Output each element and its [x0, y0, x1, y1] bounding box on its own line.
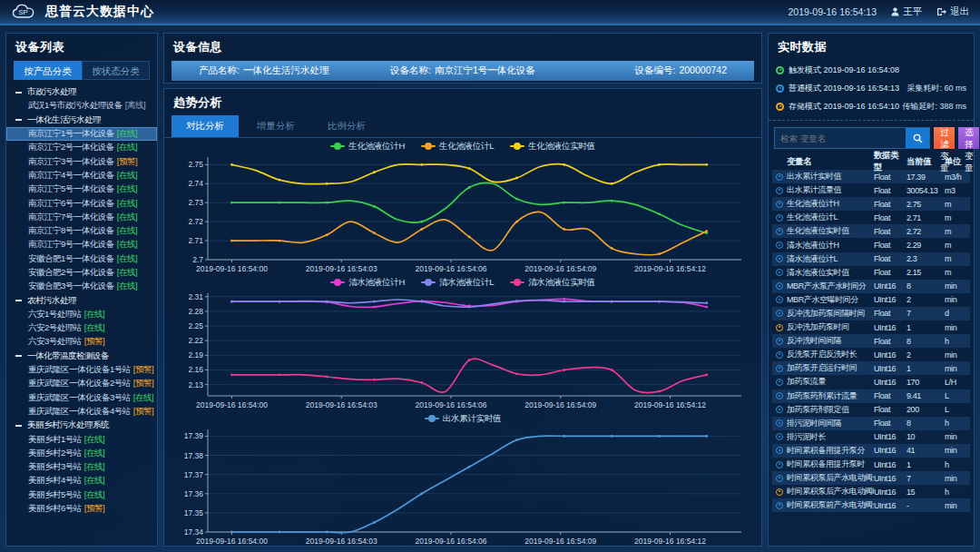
- device-item-label: 美丽乡村2号站: [28, 448, 82, 459]
- filter-variables-button[interactable]: 过滤变量: [934, 127, 955, 149]
- info-field: 设备编号:200000742: [551, 64, 727, 77]
- select-variables-button[interactable]: 选择变量: [958, 127, 979, 149]
- table-row[interactable]: 加药泵流量UInt16170L/H: [772, 375, 970, 389]
- legend-item[interactable]: 清水池液位实时值: [510, 277, 595, 289]
- svg-text:2019-09-16 16:54:09: 2019-09-16 16:54:09: [524, 400, 596, 409]
- device-item[interactable]: 六安2号处理站[在线]: [6, 321, 157, 335]
- device-item[interactable]: 安徽合肥2号一体化设备[在线]: [6, 266, 157, 280]
- variable-unit: min: [945, 501, 970, 510]
- table-row[interactable]: 清水池液位计LFloat2.3m: [772, 252, 970, 266]
- variable-value: 8: [906, 281, 945, 291]
- legend-item[interactable]: 清水池液位计H: [330, 277, 405, 289]
- table-row[interactable]: 出水累计流量值Float30054.13m3: [772, 183, 970, 197]
- table-row[interactable]: 排污泥时长UInt1610min: [772, 430, 970, 444]
- table-row[interactable]: 反冲洗加药泵时间UInt161min: [772, 320, 970, 334]
- table-row[interactable]: 反洗泵开启反洗时长UInt162min: [772, 348, 970, 361]
- realtime-table: 变量名数据类型当前值单位出水累计实时值Float17.39m3/h出水累计流量值…: [772, 153, 970, 512]
- table-row[interactable]: 清水池液位实时值Float2.15m: [772, 266, 970, 280]
- device-item-label: 南京江宁8号一体化设备: [28, 225, 114, 237]
- table-row[interactable]: 反冲洗加药泵间隔时间Float7d: [772, 307, 970, 320]
- variable-value: 17.39: [906, 172, 945, 182]
- search-input[interactable]: [775, 128, 906, 148]
- table-row[interactable]: 生化池液位计LFloat2.71m: [772, 211, 970, 224]
- device-item[interactable]: 重庆武隆区一体化设备1号站[预警]: [6, 363, 157, 377]
- table-row[interactable]: 排污泥时间间隔Float8h: [772, 417, 970, 430]
- sidebar-tab[interactable]: 按状态分类: [82, 61, 150, 80]
- device-item[interactable]: 重庆武隆区一体化设备4号站[预警]: [6, 405, 157, 419]
- device-item[interactable]: 安徽合肥3号一体化设备[在线]: [6, 280, 157, 293]
- table-row[interactable]: 时间累积备用提升泵分UInt1641min: [772, 444, 970, 458]
- svg-text:2019-09-16 16:54:00: 2019-09-16 16:54:00: [196, 264, 268, 273]
- device-group-header[interactable]: 美丽乡村污水处理系统: [6, 419, 157, 432]
- device-item[interactable]: 南京江宁8号一体化设备[在线]: [6, 224, 157, 238]
- legend-item[interactable]: 生化池液位计H: [330, 141, 405, 153]
- table-row[interactable]: 时间累积泵后产水电动阀时UInt1615h: [772, 485, 970, 498]
- device-item[interactable]: 南京江宁4号一体化设备[在线]: [6, 169, 157, 182]
- legend-label: 清水池液位计H: [348, 277, 405, 289]
- device-item[interactable]: 美丽乡村4号站[在线]: [6, 474, 157, 488]
- device-item[interactable]: 南京江宁7号一体化设备[在线]: [6, 211, 157, 224]
- trend-tab[interactable]: 增量分析: [242, 115, 309, 137]
- device-item[interactable]: 南京江宁5号一体化设备[在线]: [6, 182, 157, 196]
- device-item[interactable]: 武汉1号市政污水处理设备[离线]: [6, 99, 157, 113]
- search-button[interactable]: [906, 128, 929, 148]
- legend-item[interactable]: 清水池液位计L: [421, 277, 494, 289]
- device-item[interactable]: 美丽乡村1号站[在线]: [6, 432, 157, 446]
- legend-item[interactable]: 生化池液位实时值: [510, 141, 595, 153]
- device-item[interactable]: 美丽乡村2号站[在线]: [6, 447, 157, 460]
- device-item[interactable]: 南京江宁1号一体化设备[在线]: [6, 127, 157, 141]
- device-item[interactable]: 美丽乡村6号站[预警]: [6, 502, 157, 516]
- legend-item[interactable]: 出水累计实时值: [425, 413, 501, 425]
- trend-tab[interactable]: 对比分析: [172, 115, 239, 137]
- variable-unit: m: [945, 200, 970, 209]
- device-item[interactable]: 六安3号处理站[预警]: [6, 335, 157, 349]
- svg-text:2.71: 2.71: [188, 236, 203, 245]
- trend-tab[interactable]: 比例分析: [313, 115, 380, 137]
- svg-text:2.16: 2.16: [188, 365, 203, 374]
- device-item[interactable]: 重庆武隆区一体化设备3号站[在线]: [6, 391, 157, 405]
- variable-name: 加药泵药剂累计流量: [787, 390, 874, 402]
- sidebar-tab[interactable]: 按产品分类: [14, 61, 82, 80]
- device-item[interactable]: 南京江宁2号一体化设备[在线]: [6, 141, 157, 154]
- table-row[interactable]: 出水累计实时值Float17.39m3/h: [772, 170, 970, 183]
- device-item[interactable]: 重庆武隆区一体化设备2号站[预警]: [6, 377, 157, 390]
- table-row[interactable]: 时间累积泵前产水电动阀分UInt16-min: [772, 498, 970, 512]
- device-item[interactable]: 南京江宁6号一体化设备[在线]: [6, 196, 157, 210]
- device-group-header[interactable]: 一体化带温度检测设备: [6, 350, 157, 363]
- legend-label: 出水累计实时值: [443, 413, 501, 425]
- device-item[interactable]: 美丽乡村3号站[在线]: [6, 460, 157, 474]
- table-row[interactable]: MBR产水泵产水时间分UInt168min: [772, 280, 970, 293]
- table-row[interactable]: 时间累积备用提升泵时UInt161h: [772, 458, 970, 471]
- table-row[interactable]: 加药泵药剂限定值Float200L: [772, 403, 970, 417]
- device-item[interactable]: 安徽合肥1号一体化设备[在线]: [6, 252, 157, 266]
- mode-row: 触发模式 2019-09-16 16:54:08: [776, 61, 966, 79]
- legend-item[interactable]: 生化池液位计L: [421, 141, 494, 153]
- variable-value: 2: [906, 350, 945, 360]
- table-row[interactable]: 生化池液位实时值Float2.72m: [772, 224, 970, 238]
- variable-type: UInt16: [874, 488, 906, 497]
- device-group-header[interactable]: 一体化生活污水处理: [6, 113, 157, 127]
- variable-type: UInt16: [874, 364, 906, 373]
- variable-status-icon: [776, 214, 783, 222]
- table-row[interactable]: 反冲洗时间间隔Float8h: [772, 334, 970, 348]
- table-row[interactable]: MBR产水空曝时间分UInt162min: [772, 293, 970, 307]
- variable-status-icon: [776, 296, 783, 303]
- logout-button[interactable]: 退出: [936, 5, 969, 18]
- table-row[interactable]: 加药泵开启运行时间UInt161min: [772, 361, 970, 375]
- table-row[interactable]: 时间累积泵后产水电动阀分UInt167min: [772, 471, 970, 485]
- status-badge: [在线]: [84, 309, 104, 320]
- variable-value: 10: [906, 432, 945, 441]
- table-row[interactable]: 加药泵药剂累计流量Float9.41L: [772, 389, 970, 403]
- svg-text:2.72: 2.72: [188, 217, 203, 226]
- user-menu[interactable]: 王平: [891, 5, 922, 18]
- device-item[interactable]: 南京江宁9号一体化设备[在线]: [6, 238, 157, 251]
- table-row[interactable]: 生化池液位计HFloat2.75m: [772, 197, 970, 211]
- device-item[interactable]: 美丽乡村5号站[在线]: [6, 488, 157, 502]
- device-group-header[interactable]: 市政污水处理: [6, 85, 157, 99]
- chart-block-1: 清水池液位计H清水池液位计L清水池液位实时值2.132.162.192.222.…: [172, 276, 754, 412]
- table-row[interactable]: 清水池液位计HFloat2.29m: [772, 238, 970, 251]
- device-item[interactable]: 六安1号处理站[在线]: [6, 308, 157, 321]
- variable-type: Float: [874, 213, 906, 222]
- device-group-header[interactable]: 农村污水处理: [6, 293, 157, 307]
- device-item[interactable]: 南京江宁3号一体化设备[预警]: [6, 154, 157, 168]
